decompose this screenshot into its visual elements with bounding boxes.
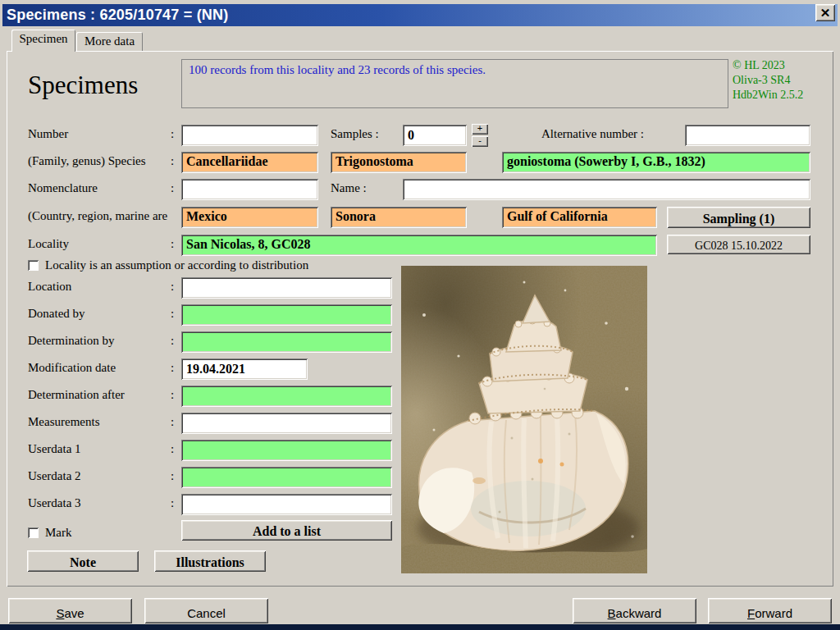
specimen-photo	[401, 266, 647, 573]
userdata2-field[interactable]	[181, 467, 392, 488]
assumption-checkbox-label: Locality is an assumption or according t…	[45, 258, 308, 272]
determination-after-field[interactable]	[181, 386, 392, 407]
modification-date-label: Modification date	[28, 361, 167, 375]
userdata3-colon: :	[171, 496, 174, 510]
measurements-label: Measurements	[28, 415, 167, 429]
nomenclature-input[interactable]	[181, 179, 318, 200]
country-row-label: (Country, region, marine are	[28, 209, 180, 223]
donated-by-label: Donated by	[28, 307, 167, 321]
determination-by-field[interactable]	[181, 331, 392, 353]
alt-number-label: Alternative number :	[541, 127, 685, 141]
tab-specimen[interactable]: Specimen	[11, 30, 75, 52]
copyright-line-1: © HL 2023	[733, 58, 803, 73]
mark-checkbox[interactable]	[28, 527, 39, 538]
save-button[interactable]: Save	[8, 598, 132, 623]
number-label: Number	[28, 127, 167, 141]
tab-more-data[interactable]: More data	[76, 32, 143, 51]
userdata2-label: Userdata 2	[28, 469, 167, 483]
species-field[interactable]: goniostoma (Sowerby I, G.B., 1832)	[502, 152, 810, 173]
mark-checkbox-label: Mark	[45, 526, 72, 540]
close-icon: ✕	[820, 6, 831, 21]
family-field[interactable]: Cancellariidae	[181, 152, 318, 173]
samples-spinner-down-button[interactable]: -	[472, 136, 488, 147]
name-label: Name :	[331, 181, 400, 195]
sampling-info-button[interactable]: GC028 15.10.2022	[667, 235, 810, 254]
forward-button[interactable]: Forward	[708, 598, 832, 623]
determination-after-colon: :	[171, 388, 174, 402]
number-colon: :	[171, 127, 174, 141]
copyright-line-3: Hdb2Win 2.5.2	[733, 88, 803, 103]
info-text: 100 records from this locality and 23 re…	[189, 63, 486, 76]
close-button[interactable]: ✕	[815, 4, 835, 21]
illustrations-button[interactable]: Illustrations	[154, 550, 266, 572]
marine-area-field[interactable]: Gulf of California	[502, 207, 657, 228]
copyright-line-2: Oliva-3 SR4	[733, 73, 803, 88]
donated-by-colon: :	[171, 307, 174, 321]
window-titlebar: Specimens : 6205/10747 = (NN)	[2, 4, 838, 26]
userdata3-label: Userdata 3	[28, 496, 167, 510]
samples-input[interactable]	[403, 125, 467, 146]
alt-number-input[interactable]	[685, 125, 810, 146]
species-row-label: (Family, genus) Species	[28, 154, 167, 168]
measurements-input[interactable]	[181, 413, 392, 434]
plus-icon: +	[477, 123, 482, 133]
measurements-colon: :	[171, 415, 174, 429]
locality-field[interactable]: San Nicolas, 8, GC028	[181, 235, 657, 256]
genus-field[interactable]: Trigonostoma	[331, 152, 467, 173]
minus-icon: -	[478, 135, 482, 145]
region-field[interactable]: Sonora	[331, 207, 467, 228]
userdata1-colon: :	[171, 442, 174, 456]
location-colon: :	[171, 280, 174, 294]
add-to-list-button[interactable]: Add to a list	[181, 520, 392, 541]
info-box: 100 records from this locality and 23 re…	[181, 59, 728, 108]
bottom-strip	[0, 624, 840, 630]
determination-after-label: Determination after	[28, 388, 167, 402]
determination-by-label: Determination by	[28, 334, 167, 348]
sampling-button[interactable]: Sampling (1)	[667, 207, 810, 228]
modification-date-input[interactable]	[181, 358, 308, 380]
nomenclature-label: Nomenclature	[28, 181, 167, 195]
location-input[interactable]	[181, 277, 392, 299]
userdata1-field[interactable]	[181, 440, 392, 461]
note-button[interactable]: Note	[27, 550, 139, 572]
page-title: Specimens	[28, 71, 138, 100]
specimens-window: Specimens : 6205/10747 = (NN) ✕ Specimen…	[0, 0, 840, 630]
determination-by-colon: :	[171, 334, 174, 348]
samples-label: Samples :	[331, 127, 400, 141]
locality-label: Locality	[28, 237, 167, 251]
userdata2-colon: :	[171, 469, 174, 483]
country-field[interactable]: Mexico	[181, 207, 318, 228]
location-label: Location	[28, 280, 167, 294]
name-input[interactable]	[403, 179, 810, 200]
userdata1-label: Userdata 1	[28, 442, 167, 456]
cancel-button[interactable]: Cancel	[144, 598, 268, 623]
species-colon: :	[171, 154, 174, 168]
samples-spinner-up-button[interactable]: +	[472, 124, 488, 135]
number-input[interactable]	[181, 125, 318, 146]
userdata3-input[interactable]	[181, 494, 392, 515]
copyright-block: © HL 2023 Oliva-3 SR4 Hdb2Win 2.5.2	[733, 58, 803, 103]
nomenclature-colon: :	[171, 181, 174, 195]
assumption-checkbox[interactable]	[28, 260, 39, 271]
donated-by-field[interactable]	[181, 304, 392, 326]
window-title: Specimens : 6205/10747 = (NN)	[2, 7, 228, 24]
tab-more-data-label: More data	[84, 34, 135, 48]
locality-colon: :	[171, 237, 174, 251]
backward-button[interactable]: Backward	[573, 598, 696, 623]
tab-specimen-label: Specimen	[19, 32, 67, 45]
modification-date-colon: :	[171, 361, 174, 375]
